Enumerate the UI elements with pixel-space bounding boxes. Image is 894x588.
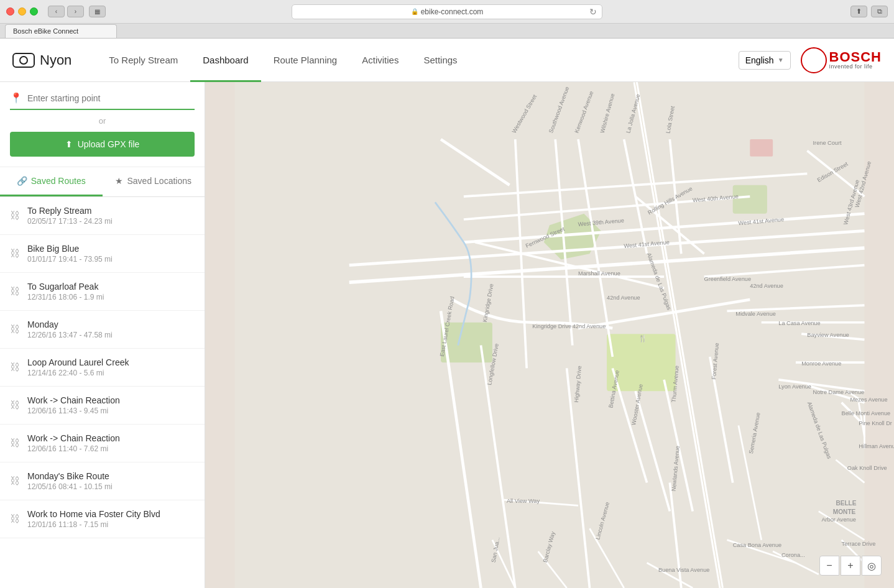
language-label: English [745,55,774,65]
route-item[interactable]: ⛓ Loop Around Laurel Creek 12/14/16 22:4… [0,349,205,387]
route-name: To Sugarloaf Peak [27,282,195,292]
locate-button[interactable]: ◎ [862,556,882,576]
svg-text:Buena Vista Avenue: Buena Vista Avenue [658,567,709,573]
route-info: Monday 12/26/16 13:47 - 47.58 mi [27,319,195,339]
browser-tab[interactable]: Bosch eBike Connect [5,24,117,38]
maximize-button[interactable] [30,7,38,16]
or-divider: or [10,110,195,132]
bosch-brand-name: BOSCH [829,50,882,64]
route-item[interactable]: ⛓ Work -> Chain Reaction 12/06/16 11:43 … [0,387,205,425]
nav-dashboard[interactable]: To Reply Stream [96,39,190,82]
brand: Nyon [12,52,71,68]
nav-route-planning[interactable]: Dashboard [190,39,260,82]
route-info: To Sugarloaf Peak 12/31/16 18:06 - 1.9 m… [27,282,195,301]
svg-text:Hillman Avenue: Hillman Avenue [859,443,894,449]
lock-icon: 🔒 [411,8,418,15]
tab-title: Bosch eBike Connect [13,27,78,35]
app-container: Nyon To Reply Stream Dashboard Route Pla… [0,39,894,588]
route-info: Work -> Chain Reaction 12/06/16 11:43 - … [27,395,195,415]
route-meta: 12/06/16 11:43 - 9.45 mi [27,407,195,415]
route-info: Work to Home via Foster City Blvd 12/01/… [27,509,195,529]
svg-text:All View Way: All View Way [507,498,540,504]
nav-links: To Reply Stream Dashboard Route Planning… [96,39,738,81]
route-meta: 12/05/16 08:41 - 10.15 mi [27,482,195,491]
svg-text:🍴: 🍴 [638,334,647,342]
nav-help[interactable]: Settings [411,39,469,82]
svg-text:Midvale Avenue: Midvale Avenue [735,311,776,317]
route-item[interactable]: ⛓ Monday 12/26/16 13:47 - 47.58 mi [0,311,205,349]
map-svg: Westwood Street Southwood Avenue Kenwood… [205,82,894,588]
route-item[interactable]: ⛓ To Reply Stream 02/05/17 17:13 - 24.23… [0,197,205,235]
route-list: ⛓ To Reply Stream 02/05/17 17:13 - 24.23… [0,197,205,588]
tab-saved-locations[interactable]: ★ Saved Locations [103,167,205,196]
svg-text:Corona...: Corona... [781,552,805,558]
route-meta: 02/05/17 17:13 - 24.23 mi [27,217,195,226]
route-item[interactable]: ⛓ Monday's Bike Route 12/05/16 08:41 - 1… [0,462,205,500]
map-container: Westwood Street Southwood Avenue Kenwood… [205,82,894,588]
tab-saved-routes[interactable]: 🔗 Saved Routes [0,167,103,196]
route-meta: 12/14/16 22:40 - 5.6 mi [27,369,195,377]
sidebar-toggle-button[interactable]: ▦ [89,6,106,17]
saved-locations-label: Saved Locations [127,176,191,186]
main-content: 📍 or ⬆ Upload GPX file 🔗 Saved Routes ★ … [0,82,894,588]
svg-text:Arbor Avenue: Arbor Avenue [821,517,856,523]
star-icon: ★ [115,176,123,186]
route-info: Work -> Chain Reaction 12/06/16 11:40 - … [27,433,195,453]
nyon-icon [12,53,35,68]
upload-icon: ⬆ [65,139,73,149]
route-chain-icon: ⛓ [10,210,20,221]
svg-text:Pine Knoll Dr: Pine Knoll Dr [859,420,892,426]
route-name: Loop Around Laurel Creek [27,357,195,367]
upload-label: Upload GPX file [78,139,140,149]
route-name: Work -> Chain Reaction [27,395,195,405]
back-button[interactable]: ‹ [48,6,65,17]
svg-text:Belle Monti Avenue: Belle Monti Avenue [842,410,891,416]
tab-bar: Bosch eBike Connect [0,24,894,39]
window-nav: ‹ › ▦ [48,6,106,17]
svg-text:Greenfield Avenue: Greenfield Avenue [704,276,751,282]
route-name: Monday [27,319,195,329]
upload-gpx-button[interactable]: ⬆ Upload GPX file [10,132,195,157]
route-name: Work -> Chain Reaction [27,433,195,443]
saved-routes-label: Saved Routes [31,176,86,186]
svg-text:42nd Avenue: 42nd Avenue [750,283,783,289]
reload-icon[interactable]: ↻ [589,7,597,17]
language-selector[interactable]: English ▼ [739,51,791,70]
svg-text:Bayview Avenue: Bayview Avenue [807,332,849,338]
location-pin-icon: 📍 [10,92,22,104]
new-tab-button[interactable]: ⧉ [871,6,888,17]
share-button[interactable]: ⬆ [850,6,867,17]
route-meta: 01/01/17 19:41 - 73.95 mi [27,255,195,264]
route-info: Loop Around Laurel Creek 12/14/16 22:40 … [27,357,195,377]
route-chain-icon: ⛓ [10,286,20,297]
route-icon: 🔗 [17,176,27,186]
chevron-down-icon: ▼ [778,57,784,63]
bosch-circle-icon [801,47,827,73]
nav-activities[interactable]: Route Planning [261,39,350,82]
route-meta: 12/06/16 11:40 - 7.62 mi [27,444,195,453]
route-item[interactable]: ⛓ Work to Home via Foster City Blvd 12/0… [0,500,205,538]
route-chain-icon: ⛓ [10,362,20,373]
saved-tabs: 🔗 Saved Routes ★ Saved Locations [0,167,205,197]
starting-point-field[interactable] [27,93,195,103]
zoom-out-button[interactable]: − [819,556,839,576]
nav-right: English ▼ BOSCH Invented for life [739,47,882,73]
traffic-lights [6,7,38,16]
route-item[interactable]: ⛓ Work -> Chain Reaction 12/06/16 11:40 … [0,425,205,462]
nav-settings[interactable]: Activities [349,39,411,82]
zoom-in-button[interactable]: + [841,556,860,576]
svg-text:MONTE: MONTE [833,508,856,515]
svg-text:Oak Knoll Drive: Oak Knoll Drive [847,465,887,471]
close-button[interactable] [6,7,14,16]
route-item[interactable]: ⛓ Bike Big Blue 01/01/17 19:41 - 73.95 m… [0,235,205,273]
svg-text:42nd Avenue: 42nd Avenue [573,323,606,329]
route-name: Bike Big Blue [27,244,195,254]
address-bar[interactable]: 🔒 ebike-connect.com ↻ [292,4,602,19]
svg-text:La Casa Avenue: La Casa Avenue [778,320,820,326]
route-info: Bike Big Blue 01/01/17 19:41 - 73.95 mi [27,244,195,264]
route-item[interactable]: ⛓ To Sugarloaf Peak 12/31/16 18:06 - 1.9… [0,273,205,311]
minimize-button[interactable] [18,7,26,16]
forward-button[interactable]: › [67,6,84,17]
route-chain-icon: ⛓ [10,475,20,487]
svg-text:Terrace Drive: Terrace Drive [842,541,876,547]
